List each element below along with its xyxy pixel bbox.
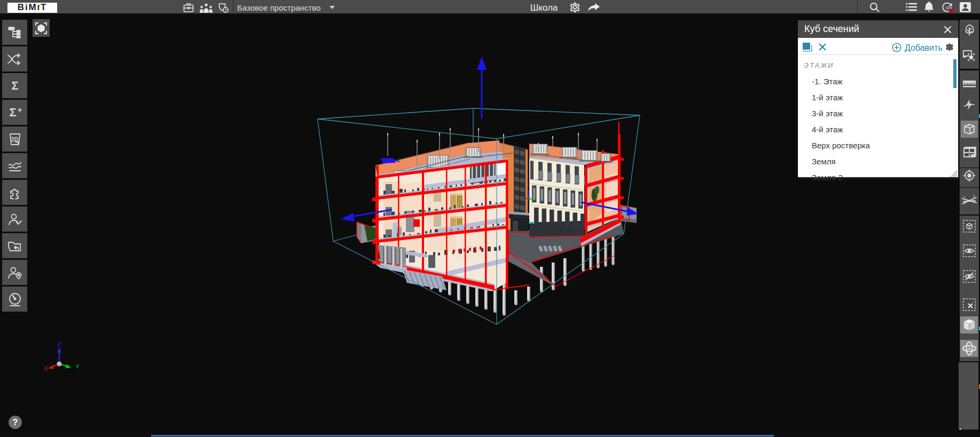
svg-text:Z: Z bbox=[58, 341, 61, 347]
svg-text:X: X bbox=[44, 365, 48, 371]
svg-text:1: 1 bbox=[963, 195, 966, 198]
svg-text:Y: Y bbox=[75, 363, 80, 370]
svg-text:Σ: Σ bbox=[9, 106, 16, 119]
svg-text:Σ: Σ bbox=[11, 79, 18, 92]
svg-text:+: + bbox=[17, 106, 21, 114]
svg-text:2: 2 bbox=[973, 194, 975, 197]
svg-text:2D: 2D bbox=[11, 137, 18, 142]
